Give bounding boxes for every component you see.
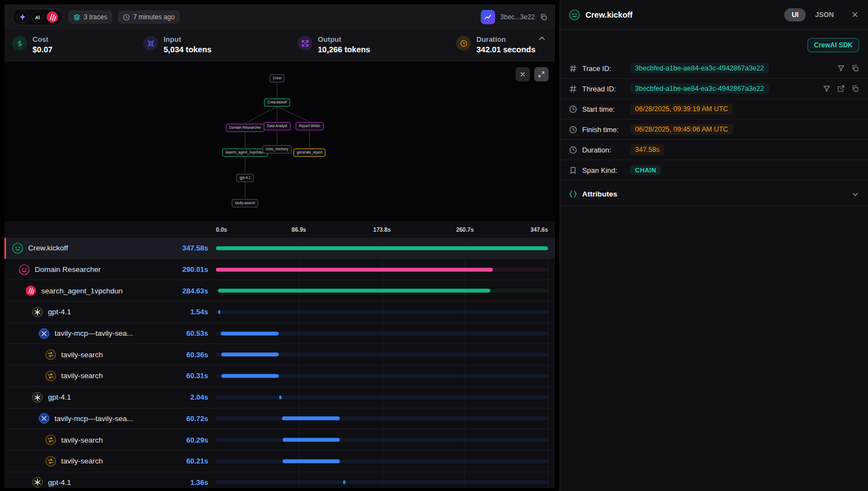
hash-icon bbox=[569, 64, 577, 73]
span-name: gpt-4.1 bbox=[48, 478, 71, 487]
span-duration: 2.04s bbox=[190, 393, 216, 401]
duration-bar[interactable] bbox=[216, 268, 493, 271]
field-value[interactable]: 3becbfed-a1be-ae84-ea3c-4942867a3e22 bbox=[630, 63, 769, 74]
sparkle-icon[interactable] bbox=[17, 11, 29, 23]
trace-graph[interactable]: CrewCrew.kickoffDomain ResearcherData An… bbox=[4, 62, 555, 221]
duration-bar[interactable] bbox=[218, 310, 220, 314]
route-icon bbox=[45, 434, 56, 445]
topbar-right: 3bec...3e22 bbox=[481, 10, 547, 24]
detail-field: Duration: 347.58s bbox=[560, 140, 868, 160]
tab-ui[interactable]: UI bbox=[784, 8, 806, 21]
field-label: Finish time: bbox=[582, 126, 625, 134]
duration-bar[interactable] bbox=[283, 459, 340, 463]
duration-bar[interactable] bbox=[218, 289, 490, 293]
timeline-row[interactable]: tavily-mcp---tavily-sea... 60.53s bbox=[4, 323, 555, 345]
time-ago-label: 7 minutes ago bbox=[133, 13, 175, 21]
timeline-row[interactable]: gpt-4.1 1.36s bbox=[4, 472, 555, 488]
duration-bar[interactable] bbox=[221, 374, 279, 378]
timeline-row[interactable]: Crew.kickoff 347.58s bbox=[4, 238, 555, 259]
openai-icon bbox=[32, 477, 43, 488]
close-graph-button[interactable] bbox=[516, 67, 530, 81]
span-name: search_agent_1vpchdun bbox=[41, 287, 123, 295]
timeline-row[interactable]: tavily-search 60.29s bbox=[4, 429, 555, 451]
chart-icon[interactable] bbox=[481, 10, 495, 24]
detail-field: Finish time: 06/28/2025, 09:45:06 AM UTC bbox=[560, 119, 868, 140]
view-tabs: UIJSON bbox=[784, 8, 841, 21]
time-ago-badge[interactable]: 7 minutes ago bbox=[118, 10, 180, 24]
timeline-row[interactable]: gpt-4.1 2.04s bbox=[4, 387, 555, 408]
axis-tick: 347.6s bbox=[530, 226, 548, 233]
row-label-cell: tavily-search 60.31s bbox=[4, 365, 216, 386]
duration-bar[interactable] bbox=[221, 331, 279, 335]
duration-bar[interactable] bbox=[216, 246, 548, 250]
logo-group: A\ bbox=[12, 9, 63, 25]
span-duration: 290.01s bbox=[182, 265, 216, 274]
stat-cost: Cost $0.07 bbox=[12, 36, 143, 54]
field-value[interactable]: 3becbfed-a1be-ae84-ea3c-4942867a3e22 bbox=[630, 83, 769, 94]
traces-count-badge[interactable]: 3 traces bbox=[68, 10, 112, 24]
attributes-label: Attributes bbox=[582, 190, 617, 198]
graph-node[interactable]: Data Analyst bbox=[264, 122, 291, 130]
span-name: Crew.kickoff bbox=[28, 244, 68, 252]
timeline-row[interactable]: gpt-4.1 1.54s bbox=[4, 302, 555, 323]
timeline-row[interactable]: Domain Researcher 290.01s bbox=[4, 259, 555, 281]
stat-duration: Duration 342.01 seconds bbox=[456, 36, 535, 54]
duration-bar[interactable] bbox=[283, 438, 340, 442]
graph-node[interactable]: gpt-4.1 bbox=[236, 174, 254, 182]
clock-icon bbox=[569, 126, 577, 134]
row-bar-cell bbox=[216, 302, 548, 323]
sdk-row: CrewAI SDK bbox=[560, 30, 868, 58]
field-value[interactable]: CHAIN bbox=[630, 165, 661, 175]
filter-icon[interactable] bbox=[823, 85, 831, 92]
crew-icon bbox=[12, 243, 23, 254]
trace-short-id: 3bec...3e22 bbox=[500, 13, 535, 21]
expand-graph-button[interactable] bbox=[534, 67, 549, 81]
field-label: Span Kind: bbox=[582, 166, 625, 174]
bookmark-icon bbox=[569, 166, 577, 174]
duration-bar[interactable] bbox=[343, 481, 345, 484]
route-icon bbox=[45, 456, 56, 467]
stat-label: Cost bbox=[32, 36, 52, 43]
tab-json[interactable]: JSON bbox=[808, 8, 841, 21]
field-value[interactable]: 347.58s bbox=[630, 144, 664, 155]
filter-icon[interactable] bbox=[837, 64, 845, 72]
sdk-badge: CrewAI SDK bbox=[807, 38, 859, 52]
span-duration: 60.31s bbox=[186, 372, 216, 380]
close-icon[interactable] bbox=[851, 10, 859, 19]
copy-icon[interactable] bbox=[851, 64, 859, 72]
timeline-row[interactable]: tavily-search 60.21s bbox=[4, 451, 555, 472]
attributes-section-toggle[interactable]: Attributes bbox=[560, 183, 868, 206]
ai-logo-icon[interactable]: A\ bbox=[31, 11, 44, 23]
graph-node[interactable]: search_agent_1vpchdun bbox=[222, 149, 268, 157]
axis-tick: 173.8s bbox=[373, 226, 390, 233]
copy-icon[interactable] bbox=[851, 85, 859, 92]
graph-node[interactable]: Crew bbox=[269, 74, 284, 83]
route-icon bbox=[45, 370, 56, 381]
openai-icon bbox=[32, 307, 43, 318]
graph-node[interactable]: Crew.kickoff bbox=[264, 99, 290, 107]
timeline-row[interactable]: search_agent_1vpchdun 284.63s bbox=[4, 280, 555, 302]
duration-bar[interactable] bbox=[221, 353, 279, 357]
field-value[interactable]: 06/28/2025, 09:39:19 AM UTC bbox=[630, 103, 733, 114]
detail-fields: Trace ID: 3becbfed-a1be-ae84-ea3c-494286… bbox=[560, 58, 868, 181]
timeline-row[interactable]: tavily-search 60.36s bbox=[4, 344, 555, 365]
duration-bar[interactable] bbox=[282, 417, 340, 421]
row-bar-cell bbox=[216, 365, 548, 386]
graph-node[interactable]: Domain Researcher bbox=[226, 124, 264, 132]
external-link-icon[interactable] bbox=[837, 85, 845, 92]
crewai-logo-icon[interactable] bbox=[46, 11, 58, 23]
graph-node[interactable]: tavily-search bbox=[232, 199, 258, 208]
row-bar-cell bbox=[216, 387, 548, 408]
graph-node[interactable]: generate_report bbox=[294, 149, 326, 157]
timeline-row[interactable]: tavily-search 60.31s bbox=[4, 365, 555, 387]
duration-bar[interactable] bbox=[279, 395, 281, 399]
graph-node[interactable]: crew_memory bbox=[263, 145, 292, 154]
field-actions bbox=[837, 64, 859, 72]
copy-icon[interactable] bbox=[540, 13, 547, 21]
stat-value: 10,266 tokens bbox=[318, 46, 370, 54]
graph-node[interactable]: Report Writer bbox=[296, 122, 324, 130]
timeline-row[interactable]: tavily-mcp---tavily-sea... 60.72s bbox=[4, 408, 555, 430]
chevron-up-icon[interactable] bbox=[538, 34, 546, 43]
field-label: Trace ID: bbox=[582, 64, 625, 73]
field-value[interactable]: 06/28/2025, 09:45:06 AM UTC bbox=[630, 124, 733, 135]
